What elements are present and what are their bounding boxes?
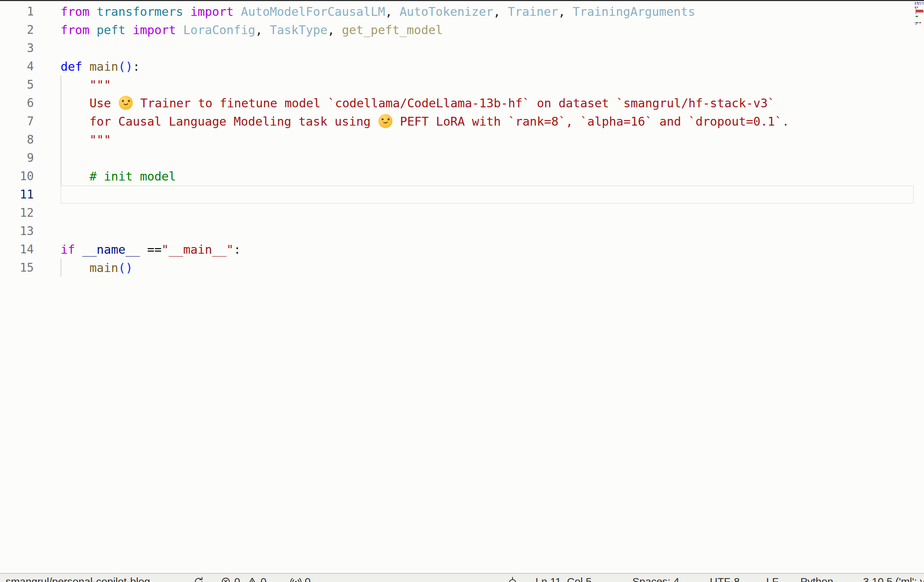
code-token: , bbox=[385, 5, 399, 19]
minimap-bar bbox=[916, 23, 917, 25]
code-token: LoraConfig bbox=[183, 23, 256, 37]
interpreter-label: 3.10.5 ('ml': ven bbox=[863, 575, 924, 582]
status-bar: smangrul/personal-copilot-blog 0 0 0 bbox=[0, 573, 924, 582]
code-token bbox=[61, 114, 89, 128]
code-line[interactable]: 8 """ bbox=[0, 130, 924, 149]
code-line[interactable]: 7 for Causal Language Modeling task usin… bbox=[0, 112, 924, 130]
bell-item[interactable] bbox=[507, 574, 518, 582]
minimap-row bbox=[916, 11, 924, 12]
minimap-bar bbox=[917, 2, 919, 3]
hugging-face-emoji bbox=[119, 96, 133, 110]
code-line[interactable]: 4def main(): bbox=[0, 58, 924, 76]
code-token: : bbox=[234, 242, 241, 256]
code-token: , bbox=[493, 5, 508, 19]
minimap-bar bbox=[916, 10, 923, 11]
line-number[interactable]: 15 bbox=[0, 259, 34, 277]
code-line[interactable]: 13 bbox=[0, 222, 924, 240]
code-line-text: """ bbox=[61, 130, 111, 149]
warnings-count: 0 bbox=[261, 575, 267, 582]
line-number[interactable]: 5 bbox=[0, 76, 34, 94]
code-token: () bbox=[118, 261, 133, 275]
code-token: Trainer to finetune model `codellama/Cod… bbox=[133, 96, 775, 110]
code-line-text: from transformers import AutoModelForCau… bbox=[61, 2, 695, 21]
code-line-text: Use Trainer to finetune model `codellama… bbox=[61, 94, 775, 112]
code-line[interactable]: 2from peft import LoraConfig, TaskType, … bbox=[0, 21, 924, 39]
line-number[interactable]: 8 bbox=[0, 130, 34, 149]
line-number[interactable]: 4 bbox=[0, 58, 34, 76]
code-line[interactable]: 12 bbox=[0, 204, 924, 222]
code-token: for Causal Language Modeling task using bbox=[89, 114, 378, 128]
code-token: , bbox=[256, 23, 270, 37]
encoding-item[interactable]: UTF-8 bbox=[710, 574, 740, 582]
eol-item[interactable]: LF bbox=[766, 574, 779, 582]
sync-button[interactable] bbox=[193, 574, 204, 582]
code-token: () bbox=[118, 59, 133, 74]
cursor-position-item[interactable]: Ln 11, Col 5 bbox=[535, 574, 592, 582]
code-line[interactable]: 5 """ bbox=[0, 76, 924, 94]
minimap-bar bbox=[920, 3, 922, 5]
code-token: , bbox=[558, 5, 573, 19]
code-token: Use bbox=[89, 96, 118, 110]
code-line[interactable]: 3 bbox=[0, 39, 924, 58]
minimap-bar bbox=[922, 3, 924, 5]
hugging-face-emoji bbox=[378, 114, 393, 128]
minimap-row bbox=[915, 7, 918, 8]
code-token: get_peft_model bbox=[342, 23, 443, 37]
problems-item[interactable]: 0 0 bbox=[221, 574, 266, 582]
line-number[interactable]: 9 bbox=[0, 149, 34, 167]
code-line[interactable]: 14if __name__ =="__main__": bbox=[0, 240, 924, 259]
language-label: Python bbox=[800, 575, 833, 582]
code-token: __name__ bbox=[82, 242, 147, 256]
line-number[interactable]: 12 bbox=[0, 204, 34, 222]
bell-icon bbox=[507, 576, 518, 582]
code-editor[interactable]: 1from transformers import AutoModelForCa… bbox=[0, 1, 924, 573]
line-number[interactable]: 3 bbox=[0, 39, 34, 58]
code-token: TrainingArguments bbox=[573, 5, 695, 19]
minimap-bar bbox=[915, 22, 916, 23]
error-icon bbox=[221, 576, 231, 582]
minimap-row bbox=[915, 3, 924, 5]
eol-label: LF bbox=[766, 575, 779, 582]
minimap-bar bbox=[918, 3, 919, 5]
minimap-bar bbox=[917, 7, 918, 8]
code-token: """ bbox=[89, 133, 111, 147]
code-token: AutoModelForCausalLM bbox=[241, 5, 385, 19]
code-line[interactable]: 15 main() bbox=[0, 259, 924, 277]
minimap[interactable] bbox=[915, 2, 924, 44]
line-number[interactable]: 6 bbox=[0, 94, 34, 112]
code-token: import bbox=[190, 5, 241, 19]
code-token: main bbox=[89, 261, 118, 275]
ports-count: 0 bbox=[305, 575, 311, 582]
minimap-row bbox=[916, 23, 917, 25]
line-number[interactable]: 10 bbox=[0, 167, 34, 186]
sync-icon bbox=[193, 576, 204, 582]
indentation-item[interactable]: Spaces: 4 bbox=[632, 574, 679, 582]
code-line[interactable]: 11 bbox=[0, 186, 924, 204]
code-line[interactable]: 9 bbox=[0, 149, 924, 167]
minimap-bar bbox=[919, 22, 921, 23]
git-branch-item[interactable]: smangrul/personal-copilot-blog bbox=[6, 574, 150, 582]
code-token: , bbox=[327, 23, 342, 37]
interpreter-item[interactable]: 3.10.5 ('ml': ven bbox=[863, 574, 924, 582]
ports-item[interactable]: 0 bbox=[290, 574, 311, 582]
code-line-text: # init model bbox=[61, 167, 176, 186]
code-token: from bbox=[61, 5, 97, 19]
line-number[interactable]: 2 bbox=[0, 21, 34, 39]
code-line-text: from peft import LoraConfig, TaskType, g… bbox=[61, 21, 443, 39]
line-number[interactable]: 1 bbox=[0, 2, 34, 21]
language-item[interactable]: Python bbox=[800, 574, 833, 582]
line-number[interactable]: 7 bbox=[0, 112, 34, 130]
minimap-bar bbox=[916, 16, 918, 17]
code-token: : bbox=[133, 59, 140, 74]
code-line[interactable]: 1from transformers import AutoModelForCa… bbox=[0, 2, 924, 21]
code-line[interactable]: 6 Use Trainer to finetune model `codella… bbox=[0, 94, 924, 112]
minimap-bar bbox=[916, 8, 916, 9]
line-number[interactable]: 14 bbox=[0, 240, 34, 259]
line-number[interactable]: 11 bbox=[0, 186, 34, 204]
minimap-bar bbox=[916, 22, 917, 23]
code-token bbox=[61, 133, 89, 147]
code-line[interactable]: 10 # init model bbox=[0, 167, 924, 186]
line-number[interactable]: 13 bbox=[0, 222, 34, 240]
minimap-bar bbox=[917, 3, 917, 5]
encoding-label: UTF-8 bbox=[710, 575, 740, 582]
